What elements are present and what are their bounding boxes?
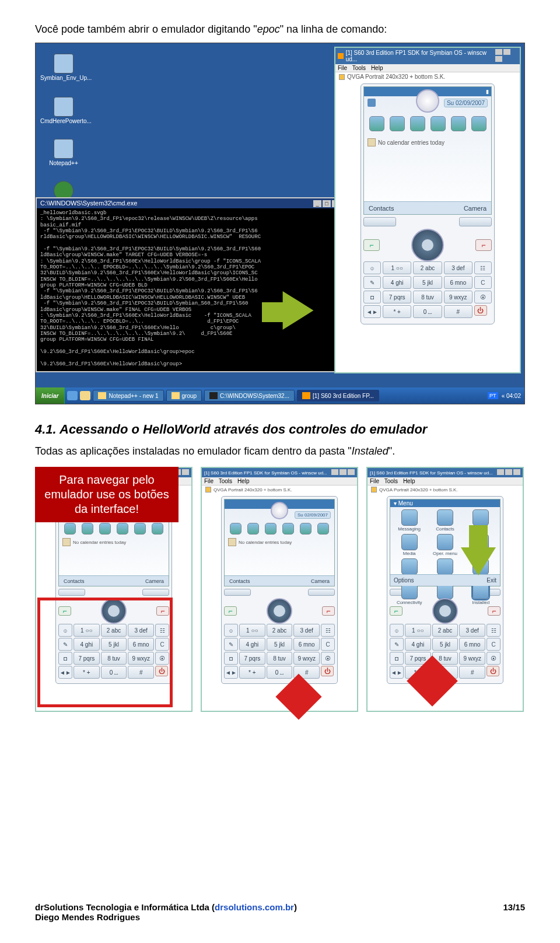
desktop-icon-label: Symbian_Env_Up...: [40, 75, 92, 81]
quick-launch-icon: [67, 391, 78, 400]
taskbar-item: C:\WINDOWS\System32...: [204, 390, 295, 401]
windows-taskbar: Iniciar Notepad++ - new 1 group C:\WINDO…: [36, 387, 524, 404]
side-button: ⌽: [363, 261, 381, 274]
emulator-info-text: QVGA Portrait 240x320 + bottom S.K.: [347, 74, 445, 80]
intro-before: Você pode também abrir o emulador digita…: [35, 23, 257, 35]
key-8: 8 tuv: [413, 291, 442, 303]
emulator-info: QVGA Portrait 240x320 + bottom S.K.: [335, 72, 520, 83]
side-button: C: [474, 276, 492, 289]
desktop-icon: Notepad++: [40, 139, 87, 166]
app-icon: [302, 392, 310, 399]
emulator-title-text: [1] S60 3rd Edition FP1 SDK for Symbian …: [346, 50, 494, 62]
phone-frame: ▾ Menu Messaging Contacts Log Media Oper…: [387, 496, 503, 684]
page-number: 13/15: [503, 902, 525, 922]
cmd-output: _helloworldbasic.svgb : \Symbian\9.2\S60…: [37, 208, 344, 369]
menu-help: Help: [371, 65, 383, 71]
taskbar-item: group: [166, 390, 202, 401]
key-5: 5 jkl: [413, 276, 442, 289]
clock-icon: [271, 502, 288, 519]
app-icon: [98, 392, 106, 399]
app-shortcut-icon: [390, 116, 405, 131]
menu-file: File: [338, 65, 347, 71]
cmd-window: C:\WINDOWS\System32\cmd.exe _□× _hellowo…: [36, 197, 345, 372]
key-7: 7 pqrs: [383, 291, 411, 303]
folder-icon: [172, 392, 180, 399]
quick-launch-icon: [80, 391, 90, 400]
cmd-icon: [209, 392, 218, 399]
section-body: Todas as aplicações instaladas no emulad…: [35, 445, 525, 457]
phone-date: Su 02/09/2007: [444, 99, 488, 107]
side-button: ◄►: [363, 305, 381, 318]
key-3: 3 def: [444, 261, 473, 274]
no-calendar-text: No calendar entries today: [368, 138, 444, 146]
dpad: [411, 229, 444, 261]
intro-line: Você pode também abrir o emulador digita…: [35, 23, 525, 36]
emulator-titlebar: [1] S60 3rd Edition FP1 SDK for Symbian …: [335, 48, 520, 64]
key-9: 9 wxyz: [444, 291, 473, 303]
key-1: 1 ○○: [383, 261, 411, 274]
desktop-icon-label: CmdHerePowerto...: [40, 118, 92, 124]
no-calendar-text: No calendar entries today: [62, 538, 126, 546]
green-arrow-icon: [283, 291, 314, 330]
app-shortcut-icon: [410, 116, 425, 131]
emulator-window-small: [1] S60 3rd Edition FP1 SDK for Symbian …: [201, 467, 358, 712]
intro-cmd: epoc: [257, 23, 280, 35]
cmd-titlebar: C:\WINDOWS\System32\cmd.exe _□×: [37, 198, 344, 208]
app-shortcut-icon: [471, 116, 487, 131]
softkey-button-left: [363, 217, 396, 226]
cmd-title-text: C:\WINDOWS\System32\cmd.exe: [40, 200, 137, 207]
footer-left: drSolutions Tecnologia e Informática Ltd…: [35, 902, 297, 922]
app-icon: [338, 53, 344, 59]
emulator-col-1: [1] S60 3rd Edition FP1 SDK for Symbian …: [35, 467, 192, 712]
system-tray: PT « 04:02: [488, 392, 524, 399]
emulator-col-2: [1] S60 3rd Edition FP1 SDK for Symbian …: [201, 467, 358, 712]
footer-link: drsolutions.com.br: [215, 902, 294, 912]
phone-softkeys: Contacts Camera: [364, 201, 491, 214]
key-0: 0 ⎵: [413, 305, 442, 318]
app-shortcut-row: [366, 116, 489, 131]
callout-box: Para navegar pelo emulador use os botões…: [35, 467, 178, 522]
desktop-icon: Symbian_Env_Up...: [40, 54, 87, 81]
taskbar-item: Notepad++ - new 1: [93, 390, 163, 401]
menu-tools: Tools: [352, 65, 366, 71]
green-arrow-tail: [469, 525, 488, 549]
phone-keypad-area: ⌐ ⌐ ⌽ 1 ○○ 2 abc 3 def ☷ ✎ 4 ghi 5 jkl: [363, 217, 492, 318]
end-button: ⌐: [475, 239, 492, 251]
side-button: ☷: [474, 261, 492, 274]
clock: « 04:02: [502, 393, 521, 399]
battery-icon: ▮: [486, 89, 489, 95]
phone-screen: Su 02/09/2007 No calendar entries today …: [224, 499, 335, 586]
phone-frame: ▮ Su 02/09/2007 No calendar entries toda…: [360, 83, 495, 324]
folder-icon: [54, 54, 74, 74]
app-shortcut-icon: [451, 116, 466, 131]
emulator-col-3: [1] S60 3rd Edition FP1 SDK for Symbian …: [366, 467, 524, 712]
key-2: 2 abc: [413, 261, 442, 274]
softkey-right: Camera: [464, 205, 487, 212]
power-button: ⏻: [474, 305, 487, 316]
phone-softkeys: ContactsCamera: [59, 575, 169, 586]
emulator-row: [1] S60 3rd Edition FP1 SDK for Symbian …: [35, 467, 525, 712]
app-icon: [54, 139, 74, 159]
phone-frame: Su 02/09/2007 No calendar entries today …: [221, 496, 338, 684]
menu-app-icon: [401, 509, 418, 526]
app-shortcut-icon: [64, 523, 76, 535]
green-arrow-down-icon: [461, 547, 496, 575]
red-highlight-frame: [37, 598, 173, 707]
keypad: ⌽ 1 ○○ 2 abc 3 def ☷ ✎ 4 ghi 5 jkl 6 mno…: [363, 261, 492, 318]
key-4: 4 ghi: [383, 276, 411, 289]
call-button: ⌐: [363, 239, 380, 251]
phone-screen: ▮ Su 02/09/2007 No calendar entries toda…: [363, 86, 492, 215]
softkey-left: Contacts: [369, 205, 394, 212]
soft-buttons: [363, 217, 492, 226]
key-hash: #: [444, 305, 473, 318]
section-heading: 4.1. Acessando o HelloWorld através dos …: [35, 422, 525, 437]
screenshot-desktop: Symbian_Env_Up... CmdHerePowerto... Note…: [35, 43, 525, 404]
emulator-window: [1] S60 3rd Edition FP1 SDK for Symbian …: [334, 47, 521, 373]
emulator-menubar: File Tools Help: [335, 64, 520, 72]
side-button: ◘: [363, 291, 381, 303]
menu-softkeys: OptionsExit: [390, 574, 500, 586]
side-button: ⦿: [474, 291, 492, 303]
app-icon: [54, 97, 74, 117]
key-star: * +: [383, 305, 411, 318]
start-button: Iniciar: [36, 387, 65, 404]
